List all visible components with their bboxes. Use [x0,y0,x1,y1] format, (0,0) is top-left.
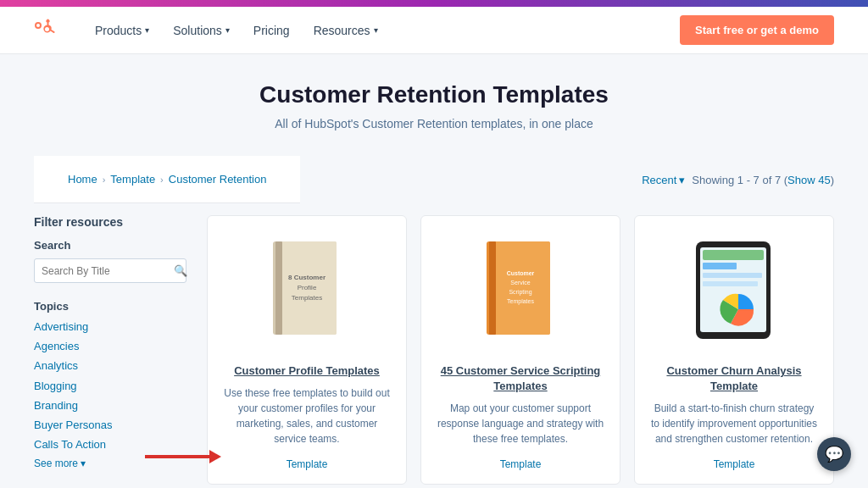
card-tag-2[interactable]: Template [500,458,542,470]
list-item: Analytics [34,358,186,374]
page-subtitle: All of HubSpot's Customer Retention temp… [34,117,834,130]
search-box: 🔍 [34,258,186,283]
list-item: Branding [34,398,186,413]
chevron-down-icon: ▾ [679,174,685,186]
card-desc-1: Use these free templates to build out yo… [221,385,392,446]
svg-text:Templates: Templates [507,298,534,305]
list-item: Advertising [34,319,186,335]
breadcrumb-sep: › [103,175,106,185]
card-desc-3: Build a start-to-finish churn strategy t… [648,401,820,448]
card-image-2: Customer Service Scripting Templates [470,233,571,352]
topic-advertising[interactable]: Advertising [34,320,88,333]
svg-rect-2 [275,241,282,335]
chat-button[interactable]: 💬 [817,437,851,471]
svg-rect-15 [703,250,764,260]
search-input[interactable] [42,265,169,277]
card-1: 8 Customer Profile Templates Customer Pr… [207,215,407,485]
card-3: Customer Churn Analysis Template Build a… [634,215,834,485]
topics-list: Advertising Agencies Analytics Blogging … [34,319,186,452]
topics-section: Topics Advertising Agencies Analytics Bl… [34,300,186,469]
card-tag-1[interactable]: Template [287,458,328,470]
showing-text: Showing 1 - 7 of 7 (Show 45) [692,174,834,186]
search-section: Search 🔍 [34,239,186,283]
breadcrumb-sep: › [160,175,164,185]
card-title-3: Customer Churn Analysis Template [648,363,820,394]
chevron-down-icon: ▾ [374,25,378,35]
nav-links: Products ▾ Solutions ▾ Pricing Resources… [85,17,680,44]
breadcrumb: Home › Template › Customer Retention [34,156,300,203]
topic-analytics[interactable]: Analytics [34,359,78,372]
cards-area: 8 Customer Profile Templates Customer Pr… [207,215,834,488]
filter-title: Filter resources [34,215,186,229]
svg-text:Templates: Templates [292,294,322,302]
svg-text:Customer: Customer [507,270,535,276]
svg-text:Profile: Profile [298,284,317,291]
search-icon[interactable]: 🔍 [174,264,187,277]
topic-blogging[interactable]: Blogging [34,380,77,392]
svg-rect-7 [491,241,550,335]
nav-pricing[interactable]: Pricing [243,17,300,44]
topic-buyer-personas[interactable]: Buyer Personas [34,419,113,431]
topics-label: Topics [34,300,186,313]
page-header: Customer Retention Templates All of HubS… [0,54,868,147]
topic-branding[interactable]: Branding [34,399,78,412]
topic-calls-to-action[interactable]: Calls To Action [34,438,106,451]
card-title-2: 45 Customer Service Scripting Templates [435,363,606,394]
breadcrumb-customer-retention[interactable]: Customer Retention [169,173,267,186]
list-item: Agencies [34,339,186,354]
top-bar [0,0,868,7]
chevron-down-icon: ▾ [145,25,149,35]
cards-grid: 8 Customer Profile Templates Customer Pr… [207,215,834,488]
svg-rect-8 [489,241,496,335]
page-title: Customer Retention Templates [34,81,834,108]
list-item: Calls To Action [34,437,186,452]
sidebar: Filter resources Search 🔍 Topics Adverti… [34,215,186,488]
search-label: Search [34,239,186,252]
svg-text:Scripting: Scripting [509,289,531,296]
navbar: Products ▾ Solutions ▾ Pricing Resources… [0,7,868,54]
card-image-3 [683,233,785,352]
breadcrumb-home[interactable]: Home [68,173,97,186]
main-content: Filter resources Search 🔍 Topics Adverti… [0,215,868,488]
list-item: Blogging [34,379,186,394]
nav-resources[interactable]: Resources ▾ [303,17,388,44]
card-desc-2: Map out your customer support response l… [435,401,606,448]
svg-text:Service: Service [510,280,530,286]
breadcrumb-bar: Home › Template › Customer Retention Rec… [0,147,868,215]
svg-text:8 Customer: 8 Customer [288,274,326,281]
hubspot-logo[interactable] [34,16,58,45]
show-all-link[interactable]: Show 45 [787,174,831,186]
nav-products[interactable]: Products ▾ [85,17,159,44]
chevron-down-icon: ▾ [81,458,86,469]
card-tag-3[interactable]: Template [714,458,755,470]
cta-button[interactable]: Start free or get a demo [680,15,834,45]
card-title-1: Customer Profile Templates [234,363,380,379]
svg-rect-16 [703,263,737,269]
list-item: Buyer Personas [34,418,186,433]
svg-rect-18 [703,281,758,286]
see-more-button[interactable]: See more ▾ [34,458,86,469]
breadcrumb-template[interactable]: Template [110,173,155,186]
card-2: Customer Service Scripting Templates 45 … [420,215,620,485]
nav-solutions[interactable]: Solutions ▾ [163,17,240,44]
card-image-1: 8 Customer Profile Templates [256,233,358,352]
chevron-down-icon: ▾ [225,25,230,35]
topic-agencies[interactable]: Agencies [34,340,79,352]
svg-rect-17 [703,273,762,278]
sort-button[interactable]: Recent ▾ [642,174,685,186]
sort-area: Recent ▾ Showing 1 - 7 of 7 (Show 45) [642,174,834,186]
